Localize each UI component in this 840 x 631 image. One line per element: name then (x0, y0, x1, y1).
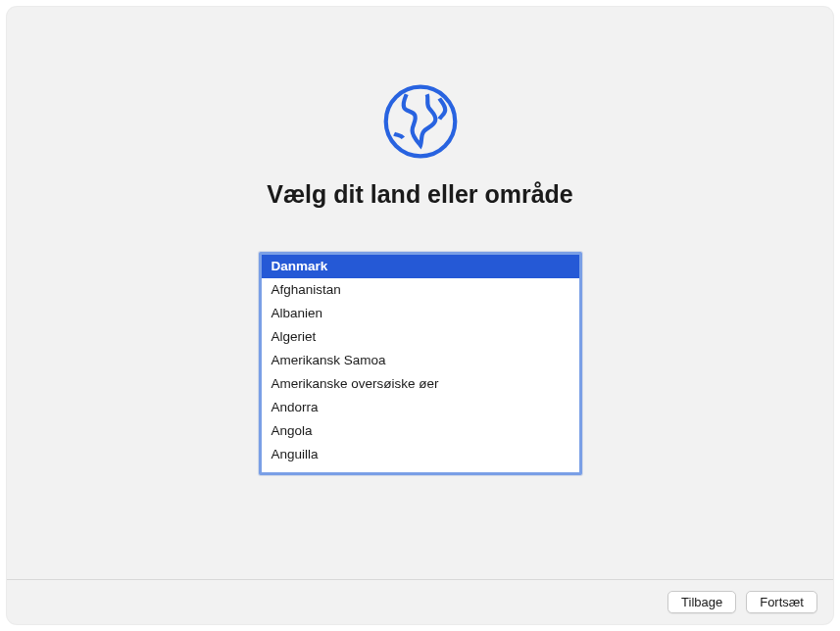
country-item[interactable]: Andorra (262, 396, 579, 419)
continue-button[interactable]: Fortsæt (746, 591, 817, 613)
country-item[interactable]: Danmark (262, 255, 579, 278)
country-item[interactable]: Angola (262, 419, 579, 443)
country-item[interactable]: Amerikanske oversøiske øer (262, 372, 579, 396)
country-item[interactable]: Albanien (262, 302, 579, 325)
country-item[interactable]: Algeriet (262, 325, 579, 349)
country-item[interactable]: Amerikansk Samoa (262, 349, 579, 372)
setup-window: Vælg dit land eller område DanmarkAfghan… (7, 7, 833, 624)
back-button[interactable]: Tilbage (667, 591, 736, 613)
country-item[interactable]: Antarktis (262, 466, 579, 475)
country-item[interactable]: Anguilla (262, 443, 579, 466)
country-item[interactable]: Afghanistan (262, 278, 579, 302)
main-content: Vælg dit land eller område DanmarkAfghan… (7, 7, 833, 579)
page-title: Vælg dit land eller område (267, 180, 573, 209)
globe-icon (379, 80, 462, 163)
footer-bar: Tilbage Fortsæt (7, 579, 833, 624)
country-list[interactable]: DanmarkAfghanistanAlbanienAlgerietAmerik… (259, 252, 582, 475)
